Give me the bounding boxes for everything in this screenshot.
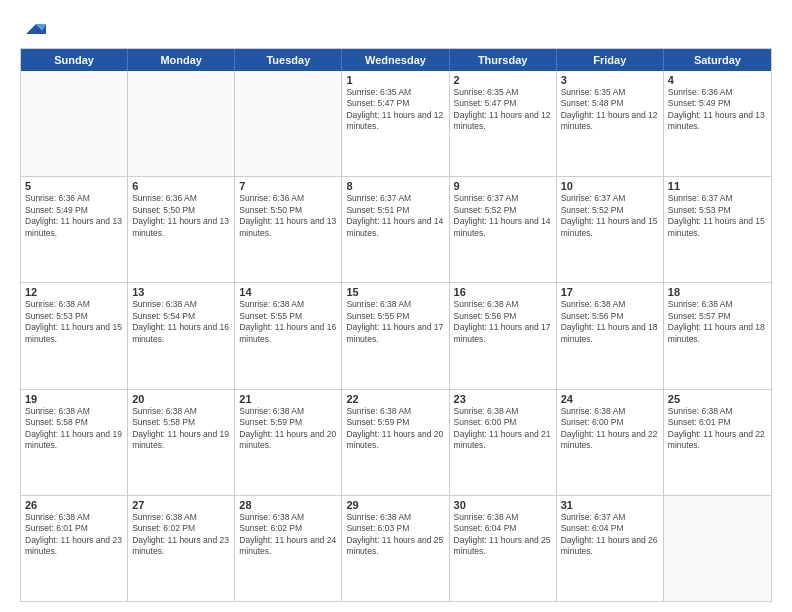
- day-number: 7: [239, 180, 337, 192]
- day-info: Sunrise: 6:38 AM Sunset: 6:02 PM Dayligh…: [132, 512, 230, 558]
- day-info: Sunrise: 6:35 AM Sunset: 5:47 PM Dayligh…: [346, 87, 444, 133]
- day-info: Sunrise: 6:38 AM Sunset: 5:55 PM Dayligh…: [346, 299, 444, 345]
- day-info: Sunrise: 6:38 AM Sunset: 5:54 PM Dayligh…: [132, 299, 230, 345]
- day-number: 30: [454, 499, 552, 511]
- calendar-day-30: 30Sunrise: 6:38 AM Sunset: 6:04 PM Dayli…: [450, 496, 557, 601]
- day-number: 24: [561, 393, 659, 405]
- day-info: Sunrise: 6:38 AM Sunset: 6:00 PM Dayligh…: [454, 406, 552, 452]
- day-number: 25: [668, 393, 767, 405]
- calendar-day-5: 5Sunrise: 6:36 AM Sunset: 5:49 PM Daylig…: [21, 177, 128, 282]
- calendar-day-21: 21Sunrise: 6:38 AM Sunset: 5:59 PM Dayli…: [235, 390, 342, 495]
- day-info: Sunrise: 6:38 AM Sunset: 5:57 PM Dayligh…: [668, 299, 767, 345]
- day-number: 2: [454, 74, 552, 86]
- day-number: 18: [668, 286, 767, 298]
- day-info: Sunrise: 6:38 AM Sunset: 6:00 PM Dayligh…: [561, 406, 659, 452]
- day-info: Sunrise: 6:35 AM Sunset: 5:47 PM Dayligh…: [454, 87, 552, 133]
- day-info: Sunrise: 6:38 AM Sunset: 6:01 PM Dayligh…: [668, 406, 767, 452]
- weekday-header-thursday: Thursday: [450, 49, 557, 71]
- day-number: 11: [668, 180, 767, 192]
- day-number: 14: [239, 286, 337, 298]
- calendar-day-19: 19Sunrise: 6:38 AM Sunset: 5:58 PM Dayli…: [21, 390, 128, 495]
- day-info: Sunrise: 6:38 AM Sunset: 6:04 PM Dayligh…: [454, 512, 552, 558]
- calendar-week-4: 19Sunrise: 6:38 AM Sunset: 5:58 PM Dayli…: [21, 390, 771, 496]
- calendar: SundayMondayTuesdayWednesdayThursdayFrid…: [20, 48, 772, 602]
- day-info: Sunrise: 6:38 AM Sunset: 5:58 PM Dayligh…: [25, 406, 123, 452]
- calendar-day-26: 26Sunrise: 6:38 AM Sunset: 6:01 PM Dayli…: [21, 496, 128, 601]
- day-number: 8: [346, 180, 444, 192]
- calendar-week-1: 1Sunrise: 6:35 AM Sunset: 5:47 PM Daylig…: [21, 71, 771, 177]
- day-number: 1: [346, 74, 444, 86]
- day-number: 10: [561, 180, 659, 192]
- calendar-day-28: 28Sunrise: 6:38 AM Sunset: 6:02 PM Dayli…: [235, 496, 342, 601]
- calendar-week-3: 12Sunrise: 6:38 AM Sunset: 5:53 PM Dayli…: [21, 283, 771, 389]
- day-info: Sunrise: 6:38 AM Sunset: 5:56 PM Dayligh…: [454, 299, 552, 345]
- logo-icon: [22, 16, 46, 40]
- weekday-header-sunday: Sunday: [21, 49, 128, 71]
- calendar-day-31: 31Sunrise: 6:37 AM Sunset: 6:04 PM Dayli…: [557, 496, 664, 601]
- day-info: Sunrise: 6:36 AM Sunset: 5:50 PM Dayligh…: [132, 193, 230, 239]
- day-info: Sunrise: 6:35 AM Sunset: 5:48 PM Dayligh…: [561, 87, 659, 133]
- day-info: Sunrise: 6:37 AM Sunset: 5:52 PM Dayligh…: [561, 193, 659, 239]
- day-info: Sunrise: 6:36 AM Sunset: 5:49 PM Dayligh…: [25, 193, 123, 239]
- empty-cell: [664, 496, 771, 601]
- page: SundayMondayTuesdayWednesdayThursdayFrid…: [0, 0, 792, 612]
- day-info: Sunrise: 6:37 AM Sunset: 6:04 PM Dayligh…: [561, 512, 659, 558]
- day-number: 3: [561, 74, 659, 86]
- day-info: Sunrise: 6:38 AM Sunset: 5:53 PM Dayligh…: [25, 299, 123, 345]
- day-info: Sunrise: 6:38 AM Sunset: 6:02 PM Dayligh…: [239, 512, 337, 558]
- calendar-day-20: 20Sunrise: 6:38 AM Sunset: 5:58 PM Dayli…: [128, 390, 235, 495]
- calendar-day-13: 13Sunrise: 6:38 AM Sunset: 5:54 PM Dayli…: [128, 283, 235, 388]
- calendar-day-10: 10Sunrise: 6:37 AM Sunset: 5:52 PM Dayli…: [557, 177, 664, 282]
- calendar-day-23: 23Sunrise: 6:38 AM Sunset: 6:00 PM Dayli…: [450, 390, 557, 495]
- day-number: 22: [346, 393, 444, 405]
- weekday-header-tuesday: Tuesday: [235, 49, 342, 71]
- day-info: Sunrise: 6:38 AM Sunset: 5:59 PM Dayligh…: [239, 406, 337, 452]
- day-number: 20: [132, 393, 230, 405]
- day-number: 23: [454, 393, 552, 405]
- day-number: 26: [25, 499, 123, 511]
- day-number: 12: [25, 286, 123, 298]
- empty-cell: [235, 71, 342, 176]
- day-info: Sunrise: 6:38 AM Sunset: 5:59 PM Dayligh…: [346, 406, 444, 452]
- calendar-day-9: 9Sunrise: 6:37 AM Sunset: 5:52 PM Daylig…: [450, 177, 557, 282]
- day-number: 6: [132, 180, 230, 192]
- calendar-day-1: 1Sunrise: 6:35 AM Sunset: 5:47 PM Daylig…: [342, 71, 449, 176]
- day-number: 4: [668, 74, 767, 86]
- day-info: Sunrise: 6:38 AM Sunset: 5:55 PM Dayligh…: [239, 299, 337, 345]
- calendar-day-3: 3Sunrise: 6:35 AM Sunset: 5:48 PM Daylig…: [557, 71, 664, 176]
- calendar-day-11: 11Sunrise: 6:37 AM Sunset: 5:53 PM Dayli…: [664, 177, 771, 282]
- day-number: 31: [561, 499, 659, 511]
- calendar-day-12: 12Sunrise: 6:38 AM Sunset: 5:53 PM Dayli…: [21, 283, 128, 388]
- calendar-day-25: 25Sunrise: 6:38 AM Sunset: 6:01 PM Dayli…: [664, 390, 771, 495]
- calendar-header-row: SundayMondayTuesdayWednesdayThursdayFrid…: [21, 49, 771, 71]
- calendar-day-16: 16Sunrise: 6:38 AM Sunset: 5:56 PM Dayli…: [450, 283, 557, 388]
- day-info: Sunrise: 6:38 AM Sunset: 5:56 PM Dayligh…: [561, 299, 659, 345]
- calendar-week-5: 26Sunrise: 6:38 AM Sunset: 6:01 PM Dayli…: [21, 496, 771, 601]
- header: [20, 16, 772, 40]
- calendar-day-14: 14Sunrise: 6:38 AM Sunset: 5:55 PM Dayli…: [235, 283, 342, 388]
- weekday-header-wednesday: Wednesday: [342, 49, 449, 71]
- weekday-header-monday: Monday: [128, 49, 235, 71]
- weekday-header-saturday: Saturday: [664, 49, 771, 71]
- calendar-day-15: 15Sunrise: 6:38 AM Sunset: 5:55 PM Dayli…: [342, 283, 449, 388]
- calendar-day-17: 17Sunrise: 6:38 AM Sunset: 5:56 PM Dayli…: [557, 283, 664, 388]
- day-number: 9: [454, 180, 552, 192]
- day-number: 17: [561, 286, 659, 298]
- day-number: 5: [25, 180, 123, 192]
- calendar-day-6: 6Sunrise: 6:36 AM Sunset: 5:50 PM Daylig…: [128, 177, 235, 282]
- day-info: Sunrise: 6:37 AM Sunset: 5:51 PM Dayligh…: [346, 193, 444, 239]
- empty-cell: [21, 71, 128, 176]
- day-info: Sunrise: 6:36 AM Sunset: 5:49 PM Dayligh…: [668, 87, 767, 133]
- day-number: 29: [346, 499, 444, 511]
- day-number: 27: [132, 499, 230, 511]
- day-number: 28: [239, 499, 337, 511]
- day-info: Sunrise: 6:38 AM Sunset: 5:58 PM Dayligh…: [132, 406, 230, 452]
- day-info: Sunrise: 6:38 AM Sunset: 6:03 PM Dayligh…: [346, 512, 444, 558]
- calendar-day-18: 18Sunrise: 6:38 AM Sunset: 5:57 PM Dayli…: [664, 283, 771, 388]
- day-info: Sunrise: 6:37 AM Sunset: 5:53 PM Dayligh…: [668, 193, 767, 239]
- day-info: Sunrise: 6:36 AM Sunset: 5:50 PM Dayligh…: [239, 193, 337, 239]
- day-number: 21: [239, 393, 337, 405]
- calendar-body: 1Sunrise: 6:35 AM Sunset: 5:47 PM Daylig…: [21, 71, 771, 601]
- day-info: Sunrise: 6:37 AM Sunset: 5:52 PM Dayligh…: [454, 193, 552, 239]
- calendar-week-2: 5Sunrise: 6:36 AM Sunset: 5:49 PM Daylig…: [21, 177, 771, 283]
